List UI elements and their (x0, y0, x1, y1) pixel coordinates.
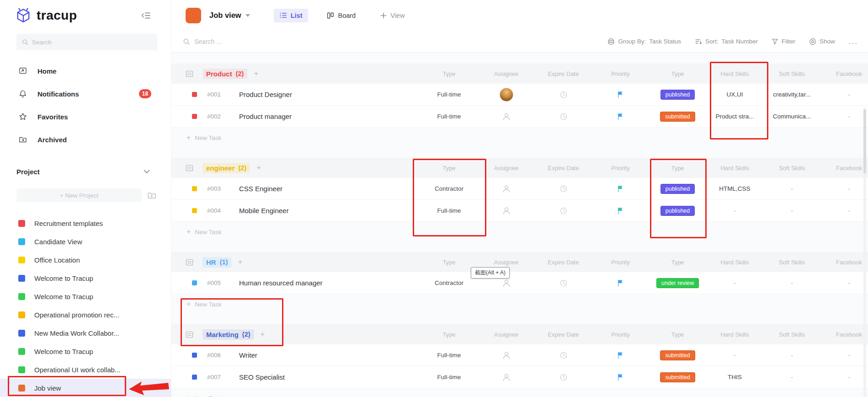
column-header[interactable]: Assignee (478, 259, 535, 266)
task-title[interactable]: SEO Specialist (239, 373, 285, 381)
sidebar-project-item[interactable]: Welcome to Tracup (0, 287, 171, 306)
cell-priority[interactable] (592, 279, 649, 287)
cell-hard-skills[interactable]: - (706, 352, 763, 359)
add-task-icon[interactable]: + (238, 258, 242, 267)
table-row[interactable]: #003 CSS Engineer Contractor (171, 178, 868, 200)
cell-status[interactable]: published (649, 184, 706, 194)
cell-type[interactable]: Full-time (421, 374, 478, 381)
filter-control[interactable]: Filter (772, 38, 795, 45)
column-header[interactable]: Facebook (820, 259, 868, 266)
column-header[interactable]: Hard Skills (706, 70, 763, 77)
add-task-icon[interactable]: + (254, 69, 258, 78)
column-header[interactable]: Expire Date (535, 165, 592, 172)
column-header[interactable]: Type (649, 70, 706, 77)
column-header[interactable]: Priority (592, 331, 649, 338)
column-header[interactable]: Priority (592, 165, 649, 172)
cell-hard-skills[interactable]: Product stra... (706, 113, 763, 120)
cell-priority[interactable] (592, 113, 649, 120)
sidebar-item-notifications[interactable]: Notifications 18 (0, 82, 171, 105)
cell-facebook[interactable]: - (820, 207, 868, 214)
sort-control[interactable]: Sort: Task Number (695, 38, 758, 45)
cell-status[interactable]: submitted (649, 372, 706, 382)
sidebar-project-item[interactable]: Candidate View (0, 232, 171, 251)
cell-assignee[interactable] (478, 372, 535, 382)
task-title[interactable]: Writer (239, 351, 257, 359)
cell-facebook[interactable]: - (820, 185, 868, 192)
sidebar-search-input[interactable] (32, 39, 142, 46)
sidebar-project-item[interactable]: Job view (0, 379, 171, 397)
cell-facebook[interactable]: - (820, 113, 868, 120)
column-header[interactable]: Type (649, 259, 706, 266)
new-folder-icon[interactable] (146, 190, 157, 200)
new-task-button[interactable]: + New Task (171, 294, 868, 314)
table-row[interactable]: #006 Writer Full-time (171, 344, 868, 366)
table-row[interactable]: #004 Mobile Engineer Full-time (171, 200, 868, 222)
sidebar-project-item[interactable]: Operational UI work collab... (0, 360, 171, 379)
cell-soft-skills[interactable]: - (763, 207, 820, 214)
cell-expire-date[interactable] (535, 351, 592, 359)
sidebar-project-item[interactable]: New Media Work Collabor... (0, 324, 171, 342)
collapse-sidebar-icon[interactable] (141, 11, 151, 20)
cell-expire-date[interactable] (535, 373, 592, 381)
cell-priority[interactable] (592, 373, 649, 381)
column-header[interactable]: Assignee (478, 331, 535, 338)
cell-expire-date[interactable] (535, 279, 592, 287)
cell-facebook[interactable]: - (820, 279, 868, 286)
cell-soft-skills[interactable]: - (763, 374, 820, 381)
cell-assignee[interactable] (478, 184, 535, 194)
cell-type[interactable]: Full-time (421, 352, 478, 359)
table-row[interactable]: #002 Product manager Full-time (171, 106, 868, 128)
cell-status[interactable]: under review (649, 278, 706, 288)
column-header[interactable]: Assignee (478, 70, 535, 77)
cell-expire-date[interactable] (535, 91, 592, 99)
sidebar-project-item[interactable]: Welcome to Tracup (0, 269, 171, 287)
sidebar-project-item[interactable]: Office Location (0, 251, 171, 269)
task-title[interactable]: Human resourced manager (239, 279, 323, 287)
column-header[interactable]: Type (421, 165, 478, 172)
cell-hard-skills[interactable]: - (706, 207, 763, 214)
cell-priority[interactable] (592, 207, 649, 215)
cell-type[interactable]: Full-time (421, 113, 478, 120)
column-header[interactable]: Type (649, 165, 706, 172)
column-header[interactable]: Hard Skills (706, 259, 763, 266)
cell-expire-date[interactable] (535, 113, 592, 121)
add-task-icon[interactable]: + (261, 330, 265, 339)
cell-priority[interactable] (592, 91, 649, 98)
cell-type[interactable]: Full-time (421, 91, 478, 98)
chevron-down-icon[interactable] (144, 170, 150, 174)
cell-assignee[interactable] (478, 350, 535, 360)
task-title[interactable]: CSS Engineer (239, 185, 282, 193)
group-header[interactable]: Product (2) + (171, 69, 421, 79)
cell-priority[interactable] (592, 185, 649, 193)
group-header[interactable]: HR (1) + (171, 257, 421, 268)
column-header[interactable]: Hard Skills (706, 331, 763, 338)
cell-type[interactable]: Contractor (421, 279, 478, 286)
group-header[interactable]: engineer (2) + (171, 163, 421, 173)
column-header[interactable]: Soft Skills (763, 331, 820, 338)
table-row[interactable]: #007 SEO Specialist Full-time (171, 366, 868, 388)
group-header[interactable]: Marketing (2) + (171, 329, 421, 340)
column-header[interactable]: Type (421, 331, 478, 338)
cell-priority[interactable] (592, 351, 649, 359)
cell-hard-skills[interactable]: HTML,CSS (706, 185, 763, 192)
cell-status[interactable]: published (649, 206, 706, 216)
column-header[interactable]: Type (421, 70, 478, 77)
cell-hard-skills[interactable]: THIS (706, 374, 763, 381)
tab-list[interactable]: List (274, 9, 309, 22)
column-header[interactable]: Soft Skills (763, 165, 820, 172)
new-task-button[interactable]: + New Task (171, 128, 868, 148)
task-title[interactable]: Mobile Engineer (239, 207, 288, 215)
column-header[interactable]: Assignee (478, 165, 535, 172)
column-header[interactable]: Priority (592, 70, 649, 77)
cell-status[interactable]: submitted (649, 350, 706, 360)
cell-soft-skills[interactable]: - (763, 352, 820, 359)
cell-facebook[interactable]: - (820, 374, 868, 381)
group-by-control[interactable]: Group By: Task Status (607, 38, 681, 45)
scrollbar[interactable] (863, 107, 866, 397)
cell-type[interactable]: Full-time (421, 207, 478, 214)
column-header[interactable]: Expire Date (535, 70, 592, 77)
column-header[interactable]: Type (421, 259, 478, 266)
scrollbar-thumb[interactable] (863, 109, 866, 173)
column-header[interactable]: Expire Date (535, 259, 592, 266)
sidebar-item-archived[interactable]: Archived (0, 128, 171, 151)
